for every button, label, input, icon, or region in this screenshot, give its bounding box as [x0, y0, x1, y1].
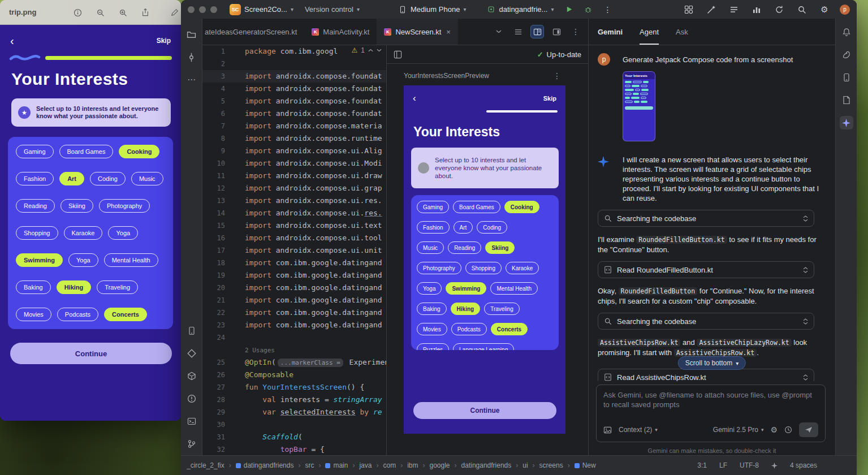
- code-line: 11import androidx.compose.ui.draw: [202, 170, 386, 182]
- chat-text-span: RoundedFilledButton.kt: [636, 236, 727, 244]
- project-widget[interactable]: SC Screen2Co... ▾: [226, 4, 297, 15]
- send-button[interactable]: [799, 422, 818, 437]
- context-selector[interactable]: Context (2) ▾: [619, 426, 658, 434]
- notifications-bell-icon[interactable]: [840, 25, 853, 39]
- git-tool-icon[interactable]: [185, 437, 198, 451]
- file-encoding[interactable]: UTF-8: [740, 461, 759, 469]
- breadcrumb-item[interactable]: ui: [522, 461, 539, 469]
- gemini-settings-icon[interactable]: ⚙: [770, 426, 778, 434]
- device-explorer-tool-icon[interactable]: [840, 93, 853, 107]
- inspection-widget[interactable]: ⚠ 1: [351, 46, 383, 54]
- left-tool-strip: ⋯: [181, 19, 202, 455]
- ai-actions-icon[interactable]: [704, 3, 719, 16]
- gemini-input[interactable]: [603, 390, 818, 413]
- checklist-icon[interactable]: [727, 3, 741, 16]
- tab-dateideasgeneratorscreen[interactable]: ateIdeasGeneratorScreen.kt: [202, 19, 304, 45]
- expand-icon[interactable]: [803, 215, 808, 222]
- tab-mainactivity[interactable]: K MainActivity.kt: [304, 19, 377, 45]
- breadcrumb-item[interactable]: New: [575, 461, 596, 469]
- tool-step-search-2[interactable]: Searching the codebase: [598, 313, 814, 330]
- tab-newscreen[interactable]: K NewScreen.kt ×: [377, 19, 458, 45]
- tab-ask[interactable]: Ask: [676, 19, 688, 45]
- tab-agent[interactable]: Agent: [640, 19, 659, 45]
- expand-icon[interactable]: [803, 318, 808, 325]
- device-selector[interactable]: Medium Phone ▾: [395, 3, 469, 16]
- gemini-input-container: Context (2) ▾ Gemini 2.5 Pro ▾ ⚙: [596, 385, 826, 442]
- breadcrumb-item[interactable]: datingandfriends: [236, 461, 305, 469]
- close-window-button[interactable]: [188, 6, 195, 13]
- editor-more-icon[interactable]: ⋮: [569, 25, 582, 38]
- expand-icon[interactable]: [803, 267, 808, 273]
- device-manager-tool-icon[interactable]: [840, 71, 853, 84]
- breadcrumb-item[interactable]: com: [383, 461, 407, 469]
- terminal-tool-icon[interactable]: [185, 414, 198, 428]
- more-actions-icon[interactable]: ⋮: [600, 3, 615, 16]
- user-avatar[interactable]: p: [840, 5, 850, 15]
- preview-layout-icon[interactable]: [550, 25, 563, 38]
- line-ending[interactable]: LF: [719, 461, 727, 469]
- breadcrumb-item[interactable]: google: [429, 461, 461, 469]
- prev-issue-icon[interactable]: [368, 49, 373, 52]
- app-insights-icon[interactable]: [749, 3, 764, 16]
- file-code-icon: [604, 373, 612, 381]
- run-configuration-selector[interactable]: datingandfrie... ▾: [483, 3, 557, 16]
- commit-tool-icon[interactable]: [185, 50, 198, 64]
- attachment-screenshot-thumbnail[interactable]: Your Interests: [623, 71, 655, 141]
- indent-setting[interactable]: 4 spaces: [790, 461, 817, 469]
- debug-button[interactable]: [581, 3, 595, 16]
- vcs-widget[interactable]: Version control ▾: [301, 5, 363, 14]
- tabs-dropdown-icon[interactable]: [492, 25, 506, 38]
- running-devices-tool-icon[interactable]: [185, 324, 198, 338]
- tool-step-search-1[interactable]: Searching the codebase: [598, 210, 814, 227]
- editor-list-icon[interactable]: [511, 25, 525, 38]
- chat-text-span: AssistiveChipLazyRow.kt: [697, 339, 791, 347]
- share-icon[interactable]: [141, 8, 149, 17]
- more-tools-icon[interactable]: ⋯: [185, 73, 198, 87]
- minimize-window-button[interactable]: [199, 6, 206, 13]
- preview-menu-icon[interactable]: ⋮: [553, 71, 561, 80]
- compose-tools-icon[interactable]: [681, 3, 696, 16]
- problems-tool-icon[interactable]: [185, 392, 198, 405]
- compose-preview-canvas[interactable]: ‹ Skip Your Interests Select up to 10 in…: [404, 85, 565, 434]
- breadcrumb-item[interactable]: _circle_2_fix: [187, 461, 236, 469]
- next-issue-icon[interactable]: [377, 49, 382, 52]
- info-icon[interactable]: [74, 8, 82, 17]
- zoom-window-button[interactable]: [210, 6, 217, 13]
- expand-icon[interactable]: [803, 374, 808, 381]
- close-tab-icon[interactable]: ×: [446, 28, 451, 36]
- split-editor-icon[interactable]: [530, 25, 544, 38]
- breadcrumb-item[interactable]: src: [305, 461, 325, 469]
- run-button[interactable]: [562, 3, 576, 16]
- breadcrumb-item[interactable]: main: [325, 461, 359, 469]
- code-editor[interactable]: ⚠ 1 1package com.ibm.googl23import andro…: [202, 45, 386, 455]
- breadcrumb-item[interactable]: ibm: [407, 461, 429, 469]
- gemini-tool-icon[interactable]: [840, 116, 853, 129]
- scroll-to-bottom-button[interactable]: Scroll to bottom ▾: [678, 356, 746, 370]
- code-line: 10import androidx.compose.ui.Modi: [202, 157, 386, 170]
- tool-step-read-2[interactable]: Read AssistiveChipsRow.kt: [598, 369, 814, 381]
- ai-status-sparkle-icon[interactable]: [771, 463, 778, 469]
- zoom-in-icon[interactable]: [119, 8, 127, 17]
- breadcrumb-item[interactable]: java: [359, 461, 383, 469]
- project-tool-icon[interactable]: [185, 28, 198, 41]
- markup-icon[interactable]: [171, 0, 179, 25]
- gradle-tool-icon[interactable]: [840, 48, 853, 62]
- gemini-chat[interactable]: p Generate Jetpack Compose code from a s…: [589, 45, 835, 381]
- settings-icon[interactable]: ⚙: [817, 3, 832, 16]
- info-card-text: Select up to 10 interests and let everyo…: [36, 105, 164, 120]
- model-selector[interactable]: Gemini 2.5 Pro ▾: [713, 426, 764, 434]
- breadcrumb-item[interactable]: datingandfriends: [461, 461, 523, 469]
- zoom-out-icon[interactable]: [96, 8, 105, 17]
- resource-manager-tool-icon[interactable]: [185, 347, 198, 360]
- caret-position[interactable]: 3:1: [697, 461, 707, 469]
- build-tool-icon[interactable]: [185, 369, 198, 383]
- breadcrumb-item[interactable]: screens: [539, 461, 575, 469]
- tool-step-read-1[interactable]: Read RoundedFilledButton.kt: [598, 261, 814, 278]
- preview-split-icon[interactable]: [394, 50, 402, 59]
- interest-chip: Cooking: [119, 145, 159, 158]
- status-bar: _circle_2_fixdatingandfriendssrcmainjava…: [181, 455, 857, 475]
- sync-icon[interactable]: [772, 3, 787, 16]
- search-icon[interactable]: [794, 3, 809, 16]
- attach-image-icon[interactable]: [603, 426, 612, 434]
- history-icon[interactable]: [784, 426, 792, 434]
